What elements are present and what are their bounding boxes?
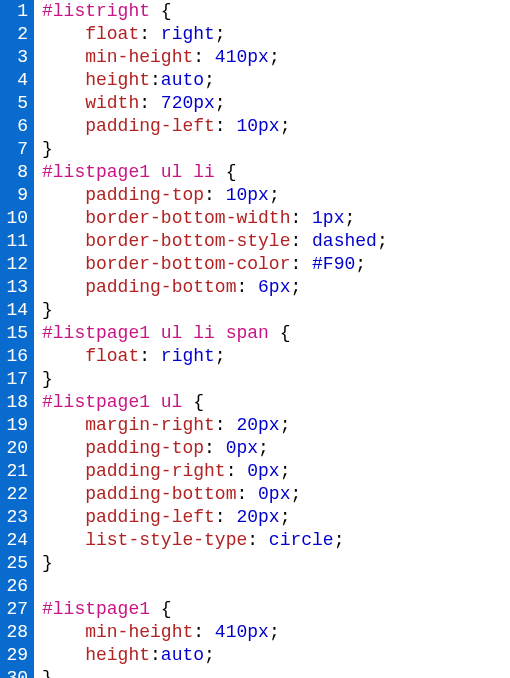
code-line[interactable]: padding-bottom: 0px; — [42, 483, 510, 506]
code-line[interactable]: height:auto; — [42, 69, 510, 92]
line-number: 7 — [4, 138, 28, 161]
token-sel: #listpage1 ul li — [42, 162, 226, 182]
code-line[interactable]: #listpage1 { — [42, 598, 510, 621]
code-line[interactable] — [42, 575, 510, 598]
code-line[interactable]: } — [42, 667, 510, 678]
token-prop: padding-left — [85, 507, 215, 527]
line-number: 28 — [4, 621, 28, 644]
token-punct: ; — [280, 461, 291, 481]
token-punct: ; — [290, 277, 301, 297]
token-val: right — [161, 24, 215, 44]
code-line[interactable]: float: right; — [42, 345, 510, 368]
code-line[interactable]: #listpage1 ul li { — [42, 161, 510, 184]
token-punct: ; — [280, 415, 291, 435]
line-number: 27 — [4, 598, 28, 621]
code-line[interactable]: border-bottom-width: 1px; — [42, 207, 510, 230]
code-line[interactable]: padding-right: 0px; — [42, 460, 510, 483]
code-line[interactable]: float: right; — [42, 23, 510, 46]
line-number: 21 — [4, 460, 28, 483]
token-punct: : — [215, 116, 237, 136]
line-number: 20 — [4, 437, 28, 460]
token-punct: : — [139, 24, 161, 44]
token-prop: min-height — [85, 622, 193, 642]
token-val: 720px — [161, 93, 215, 113]
token-val: auto — [161, 645, 204, 665]
token-prop: padding-top — [85, 438, 204, 458]
code-line[interactable]: min-height: 410px; — [42, 621, 510, 644]
token-val: 6px — [258, 277, 290, 297]
token-punct: ; — [355, 254, 366, 274]
token-val: 10px — [236, 116, 279, 136]
line-number: 8 — [4, 161, 28, 184]
code-area[interactable]: #listright { float: right; min-height: 4… — [34, 0, 510, 678]
code-line[interactable]: } — [42, 138, 510, 161]
token-prop: border-bottom-color — [85, 254, 290, 274]
code-line[interactable]: padding-top: 10px; — [42, 184, 510, 207]
token-punct: : — [226, 461, 248, 481]
token-val: 1px — [312, 208, 344, 228]
token-punct: ; — [215, 346, 226, 366]
token-punct: : — [193, 47, 215, 67]
token-punct: } — [42, 139, 53, 159]
token-punct: { — [226, 162, 237, 182]
code-line[interactable]: padding-left: 20px; — [42, 506, 510, 529]
token-prop: width — [85, 93, 139, 113]
line-number: 19 — [4, 414, 28, 437]
code-line[interactable]: height:auto; — [42, 644, 510, 667]
token-val: #F90 — [312, 254, 355, 274]
token-punct: ; — [258, 438, 269, 458]
code-line[interactable]: } — [42, 552, 510, 575]
token-punct: : — [204, 438, 226, 458]
line-number: 16 — [4, 345, 28, 368]
code-line[interactable]: padding-bottom: 6px; — [42, 276, 510, 299]
token-prop: height — [85, 70, 150, 90]
token-sel: #listright — [42, 1, 161, 21]
token-sel: #listpage1 ul li span — [42, 323, 280, 343]
code-line[interactable]: border-bottom-color: #F90; — [42, 253, 510, 276]
code-line[interactable]: margin-right: 20px; — [42, 414, 510, 437]
token-punct: : — [215, 415, 237, 435]
code-line[interactable]: list-style-type: circle; — [42, 529, 510, 552]
token-prop: float — [85, 24, 139, 44]
code-line[interactable]: padding-left: 10px; — [42, 115, 510, 138]
token-punct: : — [139, 346, 161, 366]
line-number: 23 — [4, 506, 28, 529]
code-line[interactable]: #listpage1 ul { — [42, 391, 510, 414]
code-line[interactable]: padding-top: 0px; — [42, 437, 510, 460]
token-prop: list-style-type — [85, 530, 247, 550]
code-line[interactable]: width: 720px; — [42, 92, 510, 115]
token-punct: : — [290, 254, 312, 274]
token-punct: : — [193, 622, 215, 642]
token-punct: : — [204, 185, 226, 205]
code-line[interactable]: border-bottom-style: dashed; — [42, 230, 510, 253]
token-val: 410px — [215, 622, 269, 642]
code-editor: 1234567891011121314151617181920212223242… — [0, 0, 510, 678]
code-line[interactable]: #listpage1 ul li span { — [42, 322, 510, 345]
line-number: 5 — [4, 92, 28, 115]
token-val: 20px — [236, 507, 279, 527]
token-punct: : — [247, 530, 269, 550]
code-line[interactable]: min-height: 410px; — [42, 46, 510, 69]
line-number: 22 — [4, 483, 28, 506]
token-punct: } — [42, 300, 53, 320]
line-number: 30 — [4, 667, 28, 678]
token-val: 10px — [226, 185, 269, 205]
line-number: 17 — [4, 368, 28, 391]
line-number: 29 — [4, 644, 28, 667]
token-prop: float — [85, 346, 139, 366]
line-number: 15 — [4, 322, 28, 345]
token-val: 0px — [226, 438, 258, 458]
code-line[interactable]: #listright { — [42, 0, 510, 23]
token-val: 410px — [215, 47, 269, 67]
token-punct: : — [236, 484, 258, 504]
line-number: 12 — [4, 253, 28, 276]
token-prop: border-bottom-style — [85, 231, 290, 251]
line-number-gutter: 1234567891011121314151617181920212223242… — [0, 0, 34, 678]
code-line[interactable]: } — [42, 368, 510, 391]
token-prop: padding-top — [85, 185, 204, 205]
token-val: auto — [161, 70, 204, 90]
token-punct: : — [215, 507, 237, 527]
code-line[interactable]: } — [42, 299, 510, 322]
token-prop: margin-right — [85, 415, 215, 435]
token-val: 20px — [236, 415, 279, 435]
